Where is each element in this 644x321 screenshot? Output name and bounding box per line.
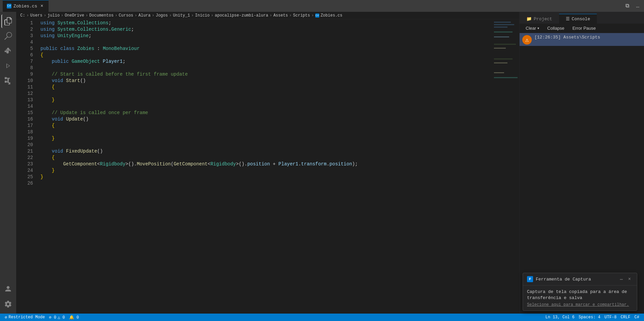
- editor-area: C: › Users › julio › OneDrive › Document…: [16, 12, 519, 314]
- breadcrumb-alura[interactable]: Alura: [139, 13, 151, 18]
- code-line-16: void Update(): [40, 116, 492, 123]
- accounts-activity-icon[interactable]: [1, 283, 15, 296]
- run-activity-icon[interactable]: [1, 59, 15, 73]
- split-editor-button[interactable]: ⧉: [623, 2, 631, 10]
- code-line-25: }: [40, 174, 492, 180]
- code-line-8: [40, 65, 492, 71]
- errors-status[interactable]: ⊘ 0 △ 0: [47, 314, 67, 321]
- source-control-activity-icon[interactable]: [1, 44, 15, 58]
- code-line-24: }: [40, 167, 492, 174]
- console-tab[interactable]: ☰ Console: [559, 14, 597, 24]
- title-bar-actions: ⧉ …: [623, 2, 641, 10]
- settings-activity-icon[interactable]: [1, 297, 15, 311]
- breadcrumb-scripts[interactable]: Scripts: [293, 13, 310, 18]
- encoding-status[interactable]: UTF-8: [603, 315, 619, 320]
- breadcrumb-julio[interactable]: julio: [48, 13, 60, 18]
- code-line-9: // Start is called before the first fram…: [40, 71, 492, 78]
- minimap: [492, 19, 519, 314]
- code-line-3: using UnityEngine;: [40, 33, 492, 39]
- status-right: Ln 13, Col 6 Spaces: 4 UTF-8 CRLF C#: [544, 315, 641, 320]
- clear-button[interactable]: Clear ▾: [522, 25, 543, 31]
- editor-tab[interactable]: C# Zobies.cs ×: [3, 0, 49, 12]
- notifications-status[interactable]: 🔔 0: [67, 314, 81, 321]
- restricted-mode-icon: ⊘: [5, 315, 7, 320]
- breadcrumb-onedrive[interactable]: OneDrive: [65, 13, 84, 18]
- notification-app-icon: F: [527, 276, 533, 282]
- language-status[interactable]: C#: [633, 315, 641, 320]
- code-line-14: [40, 103, 492, 110]
- log-entry[interactable]: ⚠ [12:26:35] Assets\Scripts: [520, 33, 644, 46]
- project-tab[interactable]: 📁 Project: [520, 14, 559, 24]
- code-line-22: {: [40, 155, 492, 161]
- breadcrumb-file[interactable]: Zobies.cs: [321, 13, 343, 18]
- cursor-position-status[interactable]: Ln 13, Col 6: [544, 315, 577, 320]
- svg-rect-8: [494, 62, 507, 63]
- breadcrumb-inicio[interactable]: Inicio: [195, 13, 210, 18]
- code-line-12: [40, 90, 492, 97]
- cursor-position: Ln 13, Col 6: [546, 315, 575, 320]
- code-line-20: [40, 142, 492, 148]
- breadcrumb-cursos[interactable]: Cursos: [119, 13, 133, 18]
- breadcrumb-file-icon: C#: [315, 14, 319, 18]
- error-pause-label: Error Pause: [573, 26, 596, 31]
- collapse-button[interactable]: Collapse: [544, 25, 568, 31]
- svg-rect-10: [494, 77, 518, 78]
- panel-area: 📁 Project ☰ Console Clear ▾ Collapse Err…: [519, 12, 644, 314]
- restricted-mode-label: Restricted Mode: [8, 315, 45, 320]
- code-line-11: {: [40, 84, 492, 90]
- breadcrumb-unity1[interactable]: Unity_1: [173, 13, 190, 18]
- eol-status[interactable]: CRLF: [619, 315, 633, 320]
- breadcrumb-apocalipse[interactable]: apocalipse-zumbi-alura: [215, 13, 268, 18]
- clear-label: Clear: [526, 26, 536, 31]
- panel-toolbar: Clear ▾ Collapse Error Pause: [520, 24, 644, 33]
- code-line-6: {: [40, 52, 492, 58]
- eol: CRLF: [621, 315, 631, 320]
- error-pause-button[interactable]: Error Pause: [569, 25, 599, 31]
- notification-action-link[interactable]: Selecione aqui para marcar e compartilha…: [527, 302, 633, 307]
- status-bar: ⊘ Restricted Mode ⊘ 0 △ 0 🔔 0 Ln 13, Col…: [0, 314, 644, 321]
- svg-rect-9: [494, 72, 504, 73]
- svg-rect-1: [494, 24, 514, 25]
- restricted-mode-status[interactable]: ⊘ Restricted Mode: [3, 314, 47, 321]
- code-line-26: [40, 180, 492, 187]
- console-tab-icon: ☰: [566, 16, 570, 22]
- log-message: Assets\Scripts: [563, 35, 600, 40]
- file-type-icon: C#: [7, 4, 11, 8]
- svg-rect-6: [494, 48, 506, 49]
- breadcrumb-users[interactable]: Users: [30, 13, 42, 18]
- console-tab-label: Console: [572, 17, 590, 22]
- line-numbers: 1 2 3 4 5 6 7 8 9 10 11 12 13 14 15 16 1…: [16, 19, 36, 314]
- code-editor[interactable]: 1 2 3 4 5 6 7 8 9 10 11 12 13 14 15 16 1…: [16, 19, 519, 314]
- extensions-activity-icon[interactable]: [1, 74, 15, 87]
- main-layout: C: › Users › julio › OneDrive › Document…: [0, 12, 644, 314]
- code-line-7: public GameObject Player1;: [40, 58, 492, 65]
- notification-count: 🔔 0: [69, 315, 79, 320]
- notification-close-button[interactable]: ×: [626, 276, 633, 283]
- tab-close-button[interactable]: ×: [39, 3, 45, 9]
- indentation-status[interactable]: Spaces: 4: [577, 315, 603, 320]
- activity-bar: [0, 12, 16, 314]
- breadcrumb-c[interactable]: C:: [20, 13, 25, 18]
- breadcrumb-jogos[interactable]: Jogos: [156, 13, 168, 18]
- encoding: UTF-8: [605, 315, 617, 320]
- code-line-1: using System.Collections;: [40, 20, 492, 26]
- errors-count: ⊘ 0: [49, 315, 56, 320]
- files-activity-icon[interactable]: [1, 15, 15, 28]
- language: C#: [635, 315, 639, 320]
- log-warning-icon: ⚠: [522, 35, 532, 45]
- notification-more-button[interactable]: ⋯: [618, 276, 625, 283]
- breadcrumb-assets[interactable]: Assets: [273, 13, 288, 18]
- code-content[interactable]: using System.Collections; using System.C…: [36, 19, 492, 314]
- code-line-5: public class Zobies : MonoBehaviour: [40, 46, 492, 52]
- code-line-4: [40, 39, 492, 46]
- search-activity-icon[interactable]: [1, 29, 15, 43]
- panel-tabs: 📁 Project ☰ Console: [520, 12, 644, 24]
- code-line-23: GetComponent<Rigidbody>().MovePosition(G…: [40, 161, 492, 167]
- more-actions-button[interactable]: …: [634, 2, 641, 10]
- clear-dropdown-arrow[interactable]: ▾: [537, 26, 539, 30]
- code-line-2: using System.Collections.Generic;: [40, 26, 492, 33]
- breadcrumb: C: › Users › julio › OneDrive › Document…: [16, 12, 519, 19]
- warnings-count: △ 0: [58, 315, 65, 320]
- notification-title: Ferramenta de Captura: [536, 277, 615, 282]
- breadcrumb-documentos[interactable]: Documentos: [89, 13, 114, 18]
